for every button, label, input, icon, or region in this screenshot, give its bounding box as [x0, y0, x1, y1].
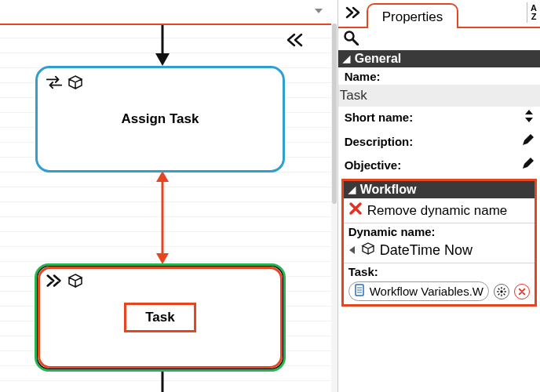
- edge-assign-to-task[interactable]: [154, 171, 171, 264]
- field-label: Description:: [345, 135, 414, 148]
- stepper-icon[interactable]: [524, 109, 534, 125]
- workflow-canvas[interactable]: Assign Task Task: [0, 0, 338, 392]
- svg-point-7: [345, 32, 353, 41]
- collapse-triangle-icon: ◢: [348, 184, 356, 195]
- svg-line-8: [353, 40, 358, 45]
- svg-marker-11: [349, 246, 355, 254]
- scrollbar-thumb[interactable]: [332, 24, 337, 204]
- app-root: Assign Task Task: [0, 0, 540, 392]
- value-text: DateTime Now: [380, 242, 472, 259]
- svg-line-23: [504, 288, 505, 289]
- button-label: Remove dynamic name: [367, 203, 508, 219]
- field-description: Description:: [338, 132, 540, 151]
- settings-button[interactable]: [494, 284, 509, 299]
- panel-body: ◢ General Name: Task Short name: Descrip…: [338, 50, 540, 392]
- node-assign-badges: [46, 74, 83, 94]
- properties-panel: Properties AZ ◢ General Name: Task Short…: [338, 0, 540, 392]
- collapse-canvas-icon[interactable]: [284, 31, 306, 52]
- remove-dynamic-name-button[interactable]: Remove dynamic name: [344, 198, 535, 223]
- chevrons-right-icon: [46, 274, 63, 292]
- tab-properties[interactable]: Properties: [367, 3, 458, 28]
- collapse-triangle-icon: ◢: [343, 53, 350, 64]
- field-name: Name:: [338, 67, 540, 85]
- search-icon[interactable]: [343, 30, 359, 49]
- node-task[interactable]: Task: [35, 264, 285, 371]
- panel-tabstrip: Properties AZ: [338, 0, 540, 28]
- edit-icon[interactable]: [521, 158, 534, 172]
- edge-incoming: [153, 24, 172, 67]
- document-icon: [354, 284, 365, 299]
- name-input[interactable]: Task: [338, 85, 540, 107]
- edge-outgoing: [155, 368, 170, 392]
- canvas-dropdown-icon[interactable]: [314, 3, 323, 9]
- edit-icon[interactable]: [521, 134, 534, 149]
- node-label: Assign Task: [122, 111, 199, 127]
- x-icon: [348, 201, 363, 220]
- canvas-scrollbar[interactable]: [331, 24, 338, 392]
- cube-icon: [68, 74, 83, 94]
- svg-line-22: [504, 293, 505, 295]
- section-workflow: ◢ Workflow Remove dynamic name Dynamic n…: [341, 179, 537, 307]
- svg-point-16: [500, 290, 502, 292]
- task-value-row: Workflow Variables.W: [344, 278, 535, 304]
- section-header-general[interactable]: ◢ General: [338, 50, 540, 67]
- field-label: Task:: [344, 263, 535, 278]
- node-task-badges: [46, 273, 83, 292]
- dynamic-name-value[interactable]: DateTime Now: [344, 238, 535, 263]
- expand-panel-icon[interactable]: [345, 6, 362, 22]
- task-reference-pill[interactable]: Workflow Variables.W: [348, 281, 489, 301]
- svg-marker-9: [525, 110, 533, 114]
- section-title: General: [355, 52, 402, 66]
- field-objective: Objective:: [338, 155, 540, 174]
- sort-az-button[interactable]: AZ: [527, 2, 540, 23]
- svg-marker-2: [155, 53, 170, 66]
- field-label: Short name:: [345, 111, 414, 124]
- canvas-top-border: [0, 24, 331, 25]
- clear-button[interactable]: [514, 284, 530, 299]
- field-short-name: Short name:: [338, 107, 540, 127]
- svg-marker-10: [525, 118, 533, 122]
- section-title: Workflow: [360, 183, 417, 197]
- value-text: Workflow Variables.W: [370, 285, 483, 298]
- svg-line-21: [498, 288, 500, 289]
- node-assign-task[interactable]: Assign Task: [35, 66, 285, 172]
- svg-line-24: [498, 293, 500, 295]
- tab-label: Properties: [382, 9, 443, 24]
- svg-marker-5: [156, 253, 169, 264]
- panel-toolbar: [338, 28, 540, 50]
- section-header-workflow[interactable]: ◢ Workflow: [344, 181, 535, 198]
- collapse-left-icon: [348, 243, 356, 259]
- svg-marker-0: [315, 9, 323, 13]
- field-label: Dynamic name:: [344, 223, 535, 238]
- svg-marker-4: [156, 171, 169, 182]
- cube-icon: [68, 273, 83, 292]
- field-label: Name:: [345, 70, 534, 83]
- node-label: Task: [124, 303, 196, 332]
- swap-icon: [46, 75, 63, 93]
- field-label: Objective:: [345, 158, 402, 172]
- cube-icon: [361, 241, 375, 260]
